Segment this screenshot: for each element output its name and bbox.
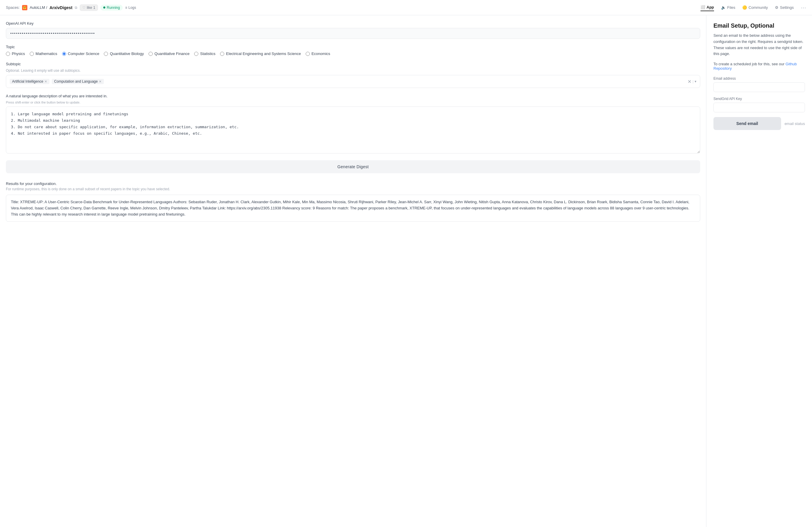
topic-statistics-label: Statistics [200,52,215,56]
topic-economics-label: Economics [311,52,330,56]
status-dot [103,6,105,9]
email-address-label: Email address [713,76,805,80]
topic-eess-label: Electrical Engineering and Systems Scien… [226,52,301,56]
tag-ai-remove[interactable]: ✕ [44,80,47,84]
result-card: Title: XTREME-UP: A User-Centric Scarce-… [6,195,700,222]
status-badge: Running [100,5,123,11]
topic-qbio[interactable]: Quantitative Biology [104,52,144,56]
tab-community-label: Community [749,5,768,10]
brand-name: ArxivDigest [49,5,72,10]
topic-qbio-radio[interactable] [104,52,108,56]
sendgrid-input[interactable] [713,103,805,112]
community-icon: 🟡 [742,5,747,10]
topic-eess-radio[interactable] [220,52,224,56]
github-line: To create a scheduled job for this, see … [713,62,805,71]
like-count: 1 [93,5,95,10]
main-layout: OpenAI API Key Topic Physics Mathematics… [0,15,812,527]
sendgrid-group: SendGrid API Key [713,97,805,112]
spaces-label: Spaces: [6,5,20,10]
tag-cl: Computation and Language ✕ [52,79,104,84]
topic-section: Topic Physics Mathematics Computer Scien… [6,45,700,56]
topic-cs-radio[interactable] [62,52,66,56]
subtopic-dropdown-button[interactable]: ▾ [695,79,696,84]
topnav-right: ⬜ App 🔉 Files 🟡 Community ⚙ Settings ⋯ [700,4,806,11]
topic-grid: Physics Mathematics Computer Science Qua… [6,52,700,56]
topic-qbio-label: Quantitative Biology [110,52,144,56]
topic-mathematics[interactable]: Mathematics [30,52,57,56]
tag-ai: Artificial Intelligence ✕ [10,79,49,84]
results-section: Results for your configuration. For runt… [6,181,700,222]
topic-mathematics-label: Mathematics [35,52,57,56]
status-label: Running [107,5,120,10]
tag-ai-label: Artificial Intelligence [12,79,43,84]
sendgrid-label: SendGrid API Key [713,97,805,101]
copy-icon[interactable]: ⧉ [75,5,77,10]
tab-files[interactable]: 🔉 Files [721,4,735,11]
tab-app-label: App [707,5,714,10]
topic-economics[interactable]: Economics [306,52,330,56]
logs-icon: ≡ [125,5,127,10]
send-email-button[interactable]: Send email [713,117,781,130]
topic-cs[interactable]: Computer Science [62,52,99,56]
more-button[interactable]: ⋯ [801,4,806,11]
tag-cl-label: Computation and Language [54,79,98,84]
description-label: A natural language description of what y… [6,94,700,98]
files-icon: 🔉 [721,5,726,10]
tag-cl-remove[interactable]: ✕ [99,80,102,84]
topic-statistics-radio[interactable] [194,52,198,56]
email-address-input[interactable] [713,82,805,92]
topic-qfin-radio[interactable] [148,52,153,56]
email-desc-text: Send an email to the below address using… [713,33,803,56]
email-actions: Send email email status [713,117,805,130]
description-textarea[interactable]: 1. Large language model <span class="und… [6,106,700,153]
heart-icon: ♡ [82,5,86,10]
api-key-input[interactable] [6,28,700,39]
tab-app[interactable]: ⬜ App [700,4,714,11]
email-status-label: email status [785,121,805,126]
result-card-text: Title: XTREME-UP: A User-Centric Scarce-… [11,200,689,217]
email-title: Email Setup, Optional [713,23,805,29]
settings-icon: ⚙ [775,5,779,10]
like-label: like [87,5,92,10]
github-text: To create a scheduled job for this, see … [713,62,784,66]
email-description: Send an email to the below address using… [713,33,805,57]
subtopic-input-container[interactable]: Artificial Intelligence ✕ Computation an… [6,75,700,88]
topic-statistics[interactable]: Statistics [194,52,215,56]
results-description: For runtime purposes, this is only done … [6,187,700,191]
brand-icon: 🤗 [22,5,27,10]
description-note: Press shift-enter or click the button be… [6,101,700,104]
tab-community[interactable]: 🟡 Community [742,4,768,11]
api-key-label: OpenAI API Key [6,21,700,26]
tab-settings[interactable]: ⚙ Settings [775,4,794,11]
topic-economics-radio[interactable] [306,52,310,56]
subtopic-clear-button[interactable]: ✕ [687,79,691,84]
tab-settings-label: Settings [780,5,794,10]
topnav-left: Spaces: 🤗 AutoLLM / ArxivDigest ⧉ ♡ like… [6,4,700,11]
subtopic-controls: ✕ | ▾ [687,79,696,84]
subtopic-label: Subtopic [6,62,700,66]
app-icon: ⬜ [700,5,705,10]
right-panel: Email Setup, Optional Send an email to t… [706,15,812,527]
description-section: A natural language description of what y… [6,94,700,155]
left-panel: OpenAI API Key Topic Physics Mathematics… [0,15,706,527]
subtopic-section: Subtopic Optional. Leaving it empty will… [6,62,700,88]
like-button[interactable]: ♡ like 1 [80,4,98,11]
logs-label: Logs [128,5,136,10]
topnav: Spaces: 🤗 AutoLLM / ArxivDigest ⧉ ♡ like… [0,0,812,15]
topic-eess[interactable]: Electrical Engineering and Systems Scien… [220,52,301,56]
tab-files-label: Files [727,5,735,10]
topic-qfin[interactable]: Quantitative Finance [148,52,189,56]
subtopic-desc: Optional. Leaving it empty will use all … [6,69,700,73]
generate-digest-button[interactable]: Generate Digest [6,160,700,173]
topic-qfin-label: Quantitative Finance [155,52,189,56]
email-address-group: Email address [713,76,805,92]
topic-physics[interactable]: Physics [6,52,25,56]
topic-physics-radio[interactable] [6,52,10,56]
api-key-section: OpenAI API Key [6,21,700,39]
logs-button[interactable]: ≡ Logs [125,5,136,10]
topic-physics-label: Physics [12,52,25,56]
topic-mathematics-radio[interactable] [30,52,34,56]
topic-label: Topic [6,45,700,49]
brand-path: AutoLLM / [30,5,47,10]
topic-cs-label: Computer Science [68,52,99,56]
